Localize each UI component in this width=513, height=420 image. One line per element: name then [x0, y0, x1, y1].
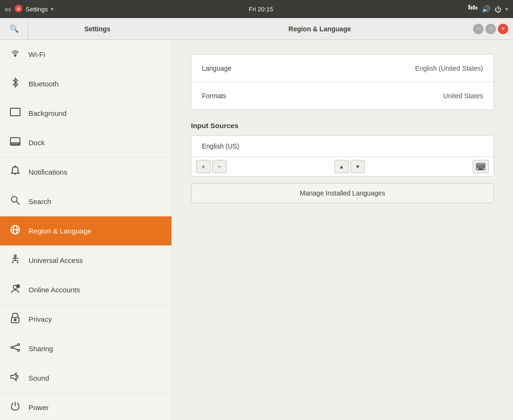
titlebar-page-title: Region & Language	[166, 25, 473, 33]
search-icon: 🔍	[10, 24, 19, 33]
topbar: es ⚙ Settings ▾ Fri 20:15 🔊 ⏻ ▾	[0, 0, 513, 18]
topbar-right: 🔊 ⏻ ▾	[468, 5, 508, 14]
topbar-menu-icon[interactable]: ▾	[505, 6, 508, 12]
svg-line-29	[13, 345, 18, 347]
formats-value: United States	[443, 92, 483, 100]
svg-point-11	[15, 166, 16, 167]
svg-rect-10	[11, 143, 19, 145]
sidebar: Wi-Fi Bluetooth Background Dock	[0, 40, 172, 420]
svg-rect-38	[477, 167, 478, 168]
svg-rect-42	[478, 168, 483, 169]
input-source-item-english-us[interactable]: English (US)	[191, 136, 494, 157]
settings-window: 🔍 Settings Region & Language ─ □ ✕ Wi-Fi	[0, 18, 513, 420]
content-area: Language English (United States) Formats…	[172, 40, 513, 420]
sidebar-item-background[interactable]: Background	[0, 99, 171, 128]
sidebar-item-online-accounts[interactable]: ↻ Online Accounts	[0, 275, 171, 305]
svg-rect-41	[483, 167, 484, 168]
universal-access-icon	[10, 254, 21, 267]
volume-icon: 🔊	[482, 5, 491, 13]
sidebar-item-label-background: Background	[28, 109, 66, 117]
power-sidebar-icon	[10, 401, 21, 414]
sidebar-item-sound[interactable]: Sound	[0, 364, 171, 393]
sidebar-item-universal-access[interactable]: Universal Access	[0, 246, 171, 275]
svg-point-17	[14, 255, 16, 257]
sidebar-item-label-power: Power	[28, 403, 49, 411]
svg-line-13	[17, 202, 19, 205]
topbar-dropdown-icon[interactable]: ▾	[51, 6, 54, 12]
titlebar: 🔍 Settings Region & Language ─ □ ✕	[0, 18, 513, 40]
titlebar-search-area[interactable]: 🔍	[0, 18, 28, 39]
svg-line-30	[13, 348, 18, 350]
network-icon	[468, 5, 478, 14]
svg-rect-34	[477, 165, 478, 166]
svg-rect-36	[481, 165, 482, 166]
sidebar-item-dock[interactable]: Dock	[0, 128, 171, 158]
svg-rect-40	[481, 167, 482, 168]
sidebar-item-search[interactable]: Search	[0, 187, 171, 216]
topbar-app-name: Settings	[26, 6, 48, 13]
sidebar-item-power[interactable]: Power	[0, 393, 171, 420]
wifi-icon	[10, 49, 21, 60]
sidebar-item-sharing[interactable]: Sharing	[0, 334, 171, 364]
sidebar-item-label-universal-access: Universal Access	[28, 256, 83, 264]
svg-point-28	[18, 349, 19, 351]
topbar-app-icon: ⚙	[14, 4, 23, 14]
power-icon: ⏻	[494, 5, 502, 13]
move-up-button[interactable]: ▲	[334, 160, 349, 173]
language-label: Language	[202, 65, 231, 72]
minimize-button[interactable]: ─	[473, 24, 484, 34]
sidebar-item-bluetooth[interactable]: Bluetooth	[0, 69, 171, 99]
bluetooth-icon	[10, 77, 21, 90]
sidebar-item-label-online-accounts: Online Accounts	[28, 286, 80, 294]
sidebar-item-wifi[interactable]: Wi-Fi	[0, 40, 171, 69]
manage-installed-languages-button[interactable]: Manage Installed Languages	[191, 183, 494, 203]
sidebar-item-notifications[interactable]: Notifications	[0, 158, 171, 187]
add-input-source-button[interactable]: +	[196, 160, 210, 173]
svg-point-12	[11, 196, 17, 202]
close-button[interactable]: ✕	[498, 24, 508, 34]
sidebar-item-label-bluetooth: Bluetooth	[28, 80, 58, 88]
svg-rect-2	[468, 5, 470, 9]
region-icon	[10, 224, 21, 237]
window-controls: ─ □ ✕	[473, 24, 513, 34]
move-down-button[interactable]: ▼	[351, 160, 365, 173]
svg-rect-39	[479, 167, 480, 168]
formats-row[interactable]: Formats United States	[191, 82, 494, 110]
dock-icon	[10, 137, 21, 148]
sidebar-item-label-sharing: Sharing	[28, 345, 53, 353]
svg-rect-5	[475, 7, 477, 9]
remove-input-source-button[interactable]: −	[212, 160, 227, 173]
maximize-button[interactable]: □	[485, 24, 496, 34]
sidebar-item-privacy[interactable]: Privacy	[0, 305, 171, 334]
sidebar-item-region[interactable]: Region & Language	[0, 216, 171, 246]
background-icon	[10, 108, 21, 119]
keyboard-preview-button[interactable]	[473, 160, 489, 173]
svg-line-19	[12, 261, 13, 263]
sidebar-item-label-notifications: Notifications	[28, 168, 67, 176]
language-formats-card: Language English (United States) Formats…	[191, 54, 494, 110]
online-accounts-icon: ↻	[10, 283, 21, 296]
sidebar-item-label-wifi: Wi-Fi	[28, 50, 45, 58]
svg-rect-3	[471, 6, 473, 9]
sound-icon	[10, 372, 21, 384]
main-layout: Wi-Fi Bluetooth Background Dock	[0, 40, 513, 420]
svg-rect-8	[10, 108, 20, 116]
topbar-app-prev: es	[5, 6, 11, 13]
svg-point-27	[11, 346, 13, 348]
svg-point-26	[18, 344, 19, 345]
input-source-item-label: English (US)	[202, 142, 239, 150]
input-sources-title: Input Sources	[191, 121, 494, 130]
sidebar-item-label-privacy: Privacy	[28, 315, 52, 323]
formats-label: Formats	[202, 92, 226, 100]
svg-rect-35	[479, 165, 480, 166]
svg-rect-37	[483, 165, 484, 166]
language-row[interactable]: Language English (United States)	[191, 55, 494, 82]
svg-rect-4	[473, 5, 475, 9]
svg-line-20	[17, 261, 18, 263]
privacy-icon	[10, 313, 21, 326]
sidebar-item-label-search: Search	[28, 197, 51, 205]
sidebar-item-label-sound: Sound	[28, 374, 49, 382]
input-source-toolbar: + − ▲ ▼	[191, 157, 494, 176]
svg-text:↻: ↻	[17, 285, 19, 288]
sidebar-item-label-region: Region & Language	[28, 227, 92, 235]
